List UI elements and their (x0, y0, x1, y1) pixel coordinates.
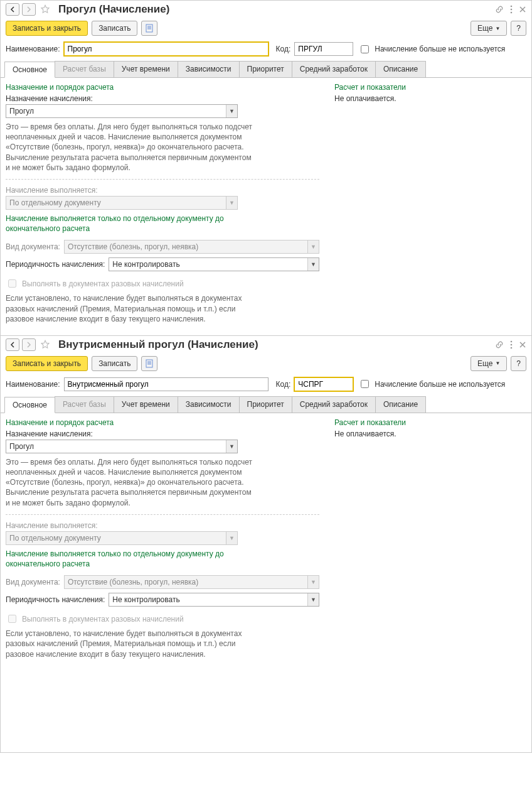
tab-bar: Основное Расчет базы Учет времени Зависи… (1, 61, 531, 78)
favorite-icon[interactable] (40, 4, 51, 15)
svg-point-7 (511, 341, 513, 343)
tab-deps[interactable]: Зависимости (178, 61, 240, 77)
doc-label: Вид документа: (6, 242, 60, 251)
doc-select: Отсутствие (болезнь, прогул, неявка) ▼ (64, 240, 319, 254)
doc-label: Вид документа: (6, 578, 60, 586)
onetime-checkbox (8, 279, 16, 288)
onetime-description: Если установлено, то начисление будет вы… (6, 293, 257, 324)
exec-select: По отдельному документу ▼ (6, 196, 238, 210)
tab-deps[interactable]: Зависимости (178, 396, 240, 413)
link-icon[interactable] (495, 340, 504, 349)
assign-section-title: Назначение и порядок расчета (6, 418, 319, 427)
assign-select[interactable]: Прогул ▼ (6, 440, 238, 453)
divider (6, 514, 319, 515)
code-input[interactable] (294, 377, 353, 391)
assign-label: Назначение начисления: (6, 94, 319, 103)
nav-forward-button[interactable] (22, 3, 36, 16)
name-code-row: Наименование: Код: Начисление больше не … (1, 41, 531, 61)
tab-avg[interactable]: Средний заработок (292, 396, 376, 413)
svg-point-2 (511, 12, 513, 14)
exec-description: Начисление выполняется только по отдельн… (6, 549, 257, 569)
chevron-down-icon: ▼ (307, 240, 319, 253)
code-label: Код: (276, 45, 291, 53)
tab-avg[interactable]: Средний заработок (292, 61, 376, 77)
more-button[interactable]: Еще ▼ (471, 21, 507, 36)
more-button[interactable]: Еще ▼ (471, 356, 507, 371)
tab-main[interactable]: Основное (4, 62, 55, 78)
onetime-row: Выполнять в документах разовых начислени… (6, 613, 319, 625)
tab-desc[interactable]: Описание (375, 396, 426, 413)
tab-main[interactable]: Основное (4, 397, 55, 413)
assign-section-title: Назначение и порядок расчета (6, 83, 319, 92)
toolbar: Записать и закрыть Записать Еще ▼ ? (1, 19, 531, 41)
close-icon[interactable] (519, 341, 526, 348)
tab-base[interactable]: Расчет базы (55, 396, 114, 413)
right-column: Расчет и показатели Не оплачивается. (334, 83, 526, 330)
chevron-down-icon: ▼ (226, 440, 237, 453)
window-title: Внутрисменный прогул (Начисление) (58, 338, 258, 351)
toolbar: Записать и закрыть Записать Еще ▼ ? (1, 355, 531, 376)
period-select[interactable]: Не контролировать ▼ (109, 593, 319, 607)
onetime-checkbox (8, 615, 16, 623)
chevron-down-icon: ▼ (226, 197, 237, 209)
calc-text: Не оплачивается. (334, 94, 526, 103)
assign-select[interactable]: Прогул ▼ (6, 104, 238, 118)
calc-text: Не оплачивается. (334, 430, 526, 438)
nav-forward-button[interactable] (22, 338, 36, 351)
help-button[interactable]: ? (511, 356, 526, 371)
tab-time[interactable]: Учет времени (114, 61, 178, 77)
tab-priority[interactable]: Приоритет (239, 396, 292, 413)
link-icon[interactable] (495, 5, 504, 14)
save-button[interactable]: Записать (92, 21, 137, 36)
help-button[interactable]: ? (511, 21, 526, 36)
tab-desc[interactable]: Описание (375, 61, 426, 77)
document-icon-button[interactable] (141, 356, 157, 371)
code-input[interactable] (294, 42, 353, 56)
tab-base[interactable]: Расчет базы (55, 61, 114, 77)
divider (6, 179, 319, 180)
period-select[interactable]: Не контролировать ▼ (109, 257, 319, 271)
document-icon-button[interactable] (141, 21, 157, 36)
chevron-down-icon: ▼ (307, 593, 319, 606)
nav-back-button[interactable] (6, 338, 19, 351)
period-row: Периодичность начисления: Не контролиров… (6, 257, 319, 271)
exec-select-value: По отдельному документу (6, 197, 226, 209)
exec-select-value: По отдельному документу (6, 532, 226, 544)
svg-point-8 (511, 344, 513, 346)
titlebar: Внутрисменный прогул (Начисление) (1, 336, 531, 355)
tab-priority[interactable]: Приоритет (239, 61, 292, 77)
save-close-button[interactable]: Записать и закрыть (6, 21, 88, 36)
assign-description: Это — время без оплаты. Для него будет в… (6, 122, 257, 173)
window-1: Прогул (Начисление) Записать и закрыть З… (0, 0, 532, 336)
name-label: Наименование: (6, 45, 60, 53)
not-used-label: Начисление больше не используется (375, 380, 505, 389)
assign-label: Назначение начисления: (6, 430, 319, 438)
save-close-button[interactable]: Записать и закрыть (6, 356, 88, 371)
assign-select-value: Прогул (6, 440, 226, 453)
tab-content: Назначение и порядок расчета Назначение … (1, 413, 531, 671)
save-button[interactable]: Записать (92, 356, 137, 371)
exec-select: По отдельному документу ▼ (6, 531, 238, 545)
period-label: Периодичность начисления: (6, 260, 105, 269)
svg-point-1 (511, 9, 513, 11)
tab-time[interactable]: Учет времени (114, 396, 178, 413)
not-used-label: Начисление больше не используется (375, 45, 505, 53)
name-input[interactable] (64, 377, 269, 391)
period-select-value: Не контролировать (109, 258, 307, 271)
name-code-row: Наименование: Код: Начисление больше не … (1, 376, 531, 396)
nav-back-button[interactable] (6, 3, 19, 16)
more-icon[interactable] (510, 5, 513, 14)
exec-label: Начисление выполняется: (6, 521, 319, 530)
period-select-value: Не контролировать (109, 593, 307, 606)
calc-section-title: Расчет и показатели (334, 418, 526, 427)
assign-select-value: Прогул (6, 105, 226, 117)
not-used-checkbox[interactable] (361, 45, 369, 53)
not-used-checkbox[interactable] (361, 380, 369, 388)
favorite-icon[interactable] (40, 339, 51, 350)
more-icon[interactable] (510, 340, 513, 349)
chevron-down-icon: ▼ (226, 105, 237, 117)
exec-label: Начисление выполняется: (6, 186, 319, 195)
titlebar: Прогул (Начисление) (1, 1, 531, 19)
close-icon[interactable] (519, 6, 526, 13)
name-input[interactable] (64, 42, 269, 56)
